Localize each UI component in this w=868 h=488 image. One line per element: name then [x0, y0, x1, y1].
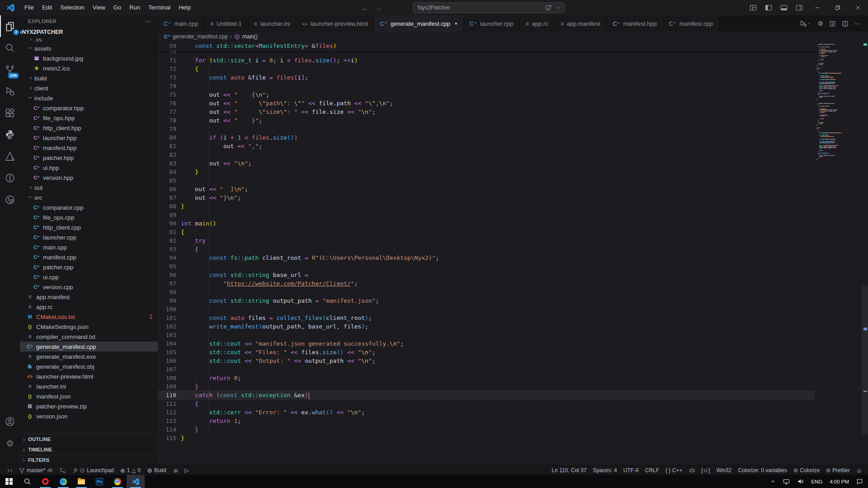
breadcrumb[interactable]: C⁺ generate_manifest.cpp › main() — [158, 32, 868, 42]
taskbar-file-explorer[interactable] — [72, 475, 90, 488]
menu-view[interactable]: View — [89, 0, 109, 15]
tree-item-version.hpp[interactable]: C⁺version.hpp — [20, 173, 158, 183]
tree-item-comparator.hpp[interactable]: C⁺comparator.hpp — [20, 103, 158, 113]
tree-item-background.jpg[interactable]: background.jpg — [20, 53, 158, 63]
taskbar-start[interactable] — [0, 475, 18, 488]
tree-item-launcher.ini[interactable]: ≡launcher.ini — [20, 381, 158, 391]
tree-item-ui.hpp[interactable]: C⁺ui.hpp — [20, 163, 158, 173]
minimize-button[interactable] — [807, 0, 827, 15]
modified-dot-icon[interactable]: ● — [455, 21, 457, 26]
more-actions-icon[interactable]: ⋯ — [854, 20, 861, 27]
menu-help[interactable]: Help — [175, 0, 195, 15]
tree-item-file_ops.hpp[interactable]: C⁺file_ops.hpp — [20, 113, 158, 123]
tree-item-CMakeLists.txt[interactable]: MCMakeLists.txt1 — [20, 312, 158, 322]
taskbar-chrome[interactable] — [108, 475, 127, 488]
menu-file[interactable]: File — [20, 0, 38, 15]
clock[interactable]: 4:00 PM — [826, 475, 852, 488]
restore-button[interactable] — [827, 0, 848, 15]
tree-item-generate_manifest.cpp[interactable]: C⁺generate_manifest.cpp — [20, 342, 158, 352]
command-center-search[interactable]: Nyx2Patcher — [413, 2, 565, 13]
taskbar-opera[interactable] — [36, 475, 54, 488]
tree-item-version.json[interactable]: {}version.json — [20, 411, 158, 421]
status-run[interactable]: ▷ — [182, 465, 192, 475]
tree-item-.vs[interactable]: ›.vs — [20, 37, 158, 43]
status-copilot[interactable] — [686, 465, 698, 475]
taskbar-edge[interactable] — [54, 475, 72, 488]
breadcrumb-symbol[interactable]: main() — [242, 33, 258, 40]
action-center-icon[interactable] — [853, 475, 866, 488]
tab-launcher.cpp[interactable]: C⁺launcher.cpp — [464, 15, 520, 32]
tree-item-http_client.cpp[interactable]: C⁺http_client.cpp — [20, 222, 158, 232]
run-or-debug-icon[interactable] — [800, 20, 811, 27]
minimap[interactable] — [816, 44, 862, 465]
network-icon[interactable] — [780, 475, 793, 488]
toggle-sidebar-icon[interactable] — [761, 0, 776, 15]
tree-item-include[interactable]: ›include — [20, 93, 158, 103]
scrollbar-thumb[interactable] — [862, 286, 868, 435]
tree-item-CMakeSettings.json[interactable]: {}CMakeSettings.json — [20, 322, 158, 332]
status-encoding[interactable]: UTF-8 — [620, 465, 642, 475]
tree-item-generate_manifest.exe[interactable]: ≡generate_manifest.exe — [20, 352, 158, 361]
activity-account[interactable] — [0, 411, 20, 432]
status-debug[interactable] — [170, 465, 182, 475]
status-git-branch[interactable]: master* — [16, 465, 57, 475]
tab-manifest.cpp[interactable]: C⁺manifest.cpp — [663, 15, 719, 32]
activity-run-debug[interactable] — [0, 80, 20, 102]
activity-search[interactable] — [0, 37, 20, 59]
toggle-secondary-sidebar-icon[interactable] — [792, 0, 807, 15]
configure-icon[interactable]: ⚙ — [817, 20, 823, 27]
tab-app.manifest[interactable]: ≡app.manifest — [555, 15, 607, 32]
toggle-panel-icon[interactable] — [776, 0, 792, 15]
taskbar-search[interactable] — [18, 475, 36, 488]
tab-Untitled-1[interactable]: ≡Untitled-1 — [204, 15, 248, 32]
language-indicator[interactable]: ENG — [808, 475, 826, 488]
breadcrumb-file[interactable]: generate_manifest.cpp — [173, 33, 228, 40]
status-platform[interactable]: Win32 — [713, 465, 735, 475]
tree-item-out[interactable]: ›out — [20, 183, 158, 192]
tab-manifest.hpp[interactable]: C⁺manifest.hpp — [607, 15, 663, 32]
tree-item-manifest.json[interactable]: {}manifest.json — [20, 391, 158, 401]
status-language-mode[interactable]: { } C++ — [662, 465, 685, 475]
tree-item-launcher.hpp[interactable]: C⁺launcher.hpp — [20, 133, 158, 143]
status-problems[interactable]: ⊗1△0 — [117, 465, 144, 475]
status-launchpad[interactable]: Launchpad — [69, 465, 117, 475]
tree-item-app.rc[interactable]: ≡app.rc — [20, 302, 158, 312]
tree-item-manifest.hpp[interactable]: C⁺manifest.hpp — [20, 143, 158, 153]
sidebar-more-actions-icon[interactable]: ⋯ — [145, 18, 151, 25]
tab-launcher.ini[interactable]: ≡launcher.ini — [248, 15, 297, 32]
tab-generate_manifest.cpp[interactable]: C⁺generate_manifest.cpp● — [374, 15, 464, 32]
tree-item-app.manifest[interactable]: ≡app.manifest — [20, 292, 158, 302]
section-filters[interactable]: ›FILTERS — [20, 455, 158, 465]
tree-item-http_client.hpp[interactable]: C⁺http_client.hpp — [20, 123, 158, 133]
tree-item-assets[interactable]: ›assets — [20, 43, 158, 53]
tree-root[interactable]: ›NYX2PATCHER — [20, 27, 158, 37]
status-colorize-count[interactable]: Colorize: 0 variables — [735, 465, 790, 475]
activity-settings[interactable]: ⚙ — [0, 432, 20, 454]
layout-grid-icon[interactable] — [745, 0, 761, 15]
tab-main.cpp[interactable]: C⁺main.cpp — [158, 15, 204, 32]
code-editor[interactable]: 71 for (std::size_t i = 0; i < files.siz… — [158, 42, 868, 465]
tab-app.rc[interactable]: ≡app.rc — [520, 15, 555, 32]
section-outline[interactable]: ›OUTLINE — [20, 434, 158, 444]
status-notifications[interactable] — [853, 465, 865, 475]
tree-item-metin2.ico[interactable]: ★metin2.ico — [20, 63, 158, 73]
activity-explorer[interactable]: 2 — [0, 15, 20, 37]
activity-python[interactable] — [0, 124, 20, 145]
menu-run[interactable]: Run — [125, 0, 144, 15]
tree-item-patcher-preview.zip[interactable]: patcher-preview.zip — [20, 401, 158, 411]
status-prettier[interactable]: ⊘Prettier — [823, 465, 853, 475]
tree-item-src[interactable]: ›src — [20, 192, 158, 202]
close-button[interactable] — [848, 0, 868, 15]
menu-terminal[interactable]: Terminal — [144, 0, 175, 15]
status-indentation[interactable]: Spaces: 4 — [590, 465, 620, 475]
hidden-icons-chevron[interactable] — [767, 475, 779, 488]
status-colorize[interactable]: ⊘Colorize — [790, 465, 823, 475]
tree-item-manifest.cpp[interactable]: C⁺manifest.cpp — [20, 252, 158, 262]
taskbar-photoshop[interactable]: Ps — [90, 475, 108, 488]
status-cursor-position[interactable]: Ln 110, Col 37 — [548, 465, 590, 475]
tree-item-version.cpp[interactable]: C⁺version.cpp — [20, 282, 158, 292]
tree-item-patcher.cpp[interactable]: C⁺patcher.cpp — [20, 262, 158, 272]
tree-item-comparator.cpp[interactable]: C⁺comparator.cpp — [20, 202, 158, 212]
status-remote[interactable] — [4, 465, 16, 475]
tree-item-client[interactable]: ›client — [20, 83, 158, 93]
